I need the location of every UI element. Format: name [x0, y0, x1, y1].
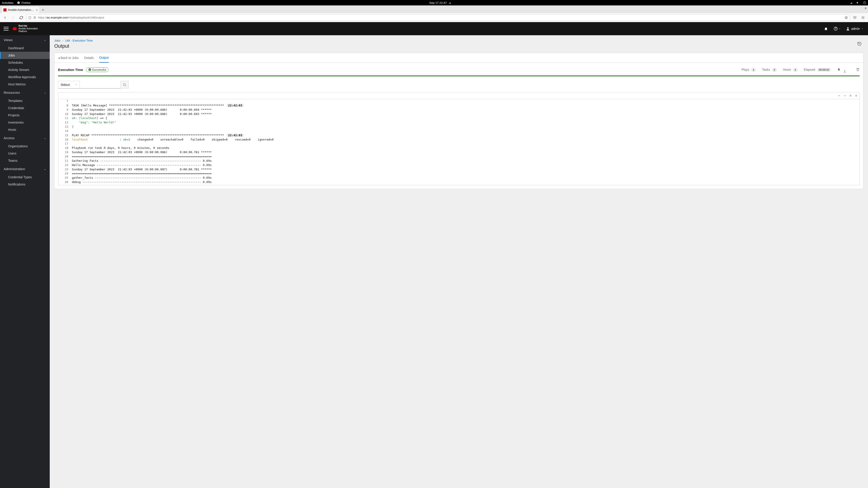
tab-details[interactable]: Details [84, 53, 94, 63]
job-name: Execution Time [58, 68, 83, 72]
output-line: 12 "msg": "Hello World!" [58, 121, 860, 125]
notification-dot-icon [450, 2, 451, 4]
browser-toolbar: https://ac.example.com/#/jobs/playbook/1… [0, 13, 868, 22]
sidebar-item[interactable]: Projects [0, 111, 50, 119]
sidebar-section-header[interactable]: Resources⌄ [0, 88, 50, 97]
sidebar-item[interactable]: Activity Stream [0, 66, 50, 73]
app-header: Red Hat Ansible Automation Platform admi… [0, 22, 868, 35]
volume-icon[interactable] [856, 1, 860, 4]
page-title: Output [54, 43, 864, 49]
reload-button[interactable] [18, 14, 24, 21]
sidebar-item[interactable]: Hosts [0, 126, 50, 133]
sidebar-item[interactable]: Dashboard [0, 44, 50, 52]
sidebar-item[interactable]: Users [0, 150, 50, 157]
crumb-job[interactable]: 148 - Execution Time [65, 39, 93, 42]
activities-button[interactable]: Activities [2, 1, 13, 4]
firefox-indicator[interactable]: Firefox [17, 1, 31, 4]
filter-row: Stdout [55, 79, 863, 92]
browser-tab-strip: Ansible Automation Platfo × + × [0, 5, 868, 13]
chevron-down-icon: ⌄ [44, 167, 46, 170]
close-tab-icon[interactable]: × [36, 8, 38, 12]
back-button[interactable] [2, 14, 8, 21]
sidebar: Views⌄DashboardJobsSchedulesActivity Str… [0, 35, 50, 488]
check-icon: ✓ [88, 68, 91, 71]
collapse-up-icon[interactable] [838, 94, 841, 97]
output-line: 15PLAY RECAP ***************************… [58, 133, 860, 138]
tab-output[interactable]: Output [99, 53, 109, 63]
sidebar-item[interactable]: Credential Types [0, 173, 50, 181]
sidebar-item[interactable]: Organizations [0, 142, 50, 150]
sidebar-item[interactable]: Schedules [0, 59, 50, 66]
sidebar-item[interactable]: Host Metrics [0, 80, 50, 88]
history-icon[interactable] [857, 41, 862, 46]
plays-stat: Plays 1 [741, 68, 756, 71]
power-icon[interactable] [863, 1, 866, 4]
notifications-icon[interactable] [822, 25, 830, 32]
search-icon [123, 83, 126, 87]
output-line: 20======================================… [58, 155, 860, 159]
back-to-jobs[interactable]: ◂ Back to Jobs [58, 56, 79, 60]
bookmark-icon[interactable] [844, 16, 848, 19]
scroll-top-icon[interactable] [849, 94, 852, 97]
caret-down-icon [861, 28, 864, 30]
forward-button[interactable] [10, 14, 16, 21]
sidebar-item[interactable]: Workflow Approvals [0, 73, 50, 80]
relaunch-icon[interactable] [837, 68, 841, 71]
tab-title: Ansible Automation Platfo [8, 8, 35, 11]
network-icon[interactable] [849, 1, 852, 4]
sidebar-section-header[interactable]: Access⌄ [0, 133, 50, 142]
sidebar-item[interactable]: Notifications [0, 181, 50, 188]
sidebar-section-header[interactable]: Views⌄ [0, 35, 50, 44]
search-button[interactable] [121, 81, 129, 89]
delete-icon[interactable] [856, 68, 860, 71]
new-tab-button[interactable]: + [40, 7, 46, 13]
filter-mode-select[interactable]: Stdout [58, 81, 80, 89]
scroll-bottom-icon[interactable] [855, 94, 858, 97]
filter-input[interactable] [80, 81, 121, 89]
firefox-icon [17, 1, 20, 4]
nav-toggle-button[interactable] [4, 27, 8, 31]
job-summary: Execution Time ✓ Successful Plays 1 Task… [55, 63, 863, 75]
sidebar-item[interactable]: Credentials [0, 104, 50, 111]
favicon-icon [3, 8, 6, 11]
tabs: ◂ Back to Jobs Details Output [55, 53, 863, 63]
output-pane: 78TASK [Hello Message] *****************… [58, 92, 860, 185]
window-close-icon[interactable]: × [865, 6, 867, 10]
url-bar[interactable]: https://ac.example.com/#/jobs/playbook/1… [26, 14, 850, 21]
output-line: 10Sunday 17 September 2023 21:42:03 +000… [58, 112, 860, 116]
sidebar-item[interactable]: Teams [0, 157, 50, 164]
output-line: 11ok: [localhost] => { [58, 116, 860, 121]
sidebar-section-header[interactable]: Administration⌄ [0, 164, 50, 173]
download-icon[interactable] [846, 66, 850, 73]
timestamp-badge: 22:42:03 [227, 104, 244, 107]
user-menu[interactable]: admin [845, 27, 864, 31]
desktop-top-bar: Activities Firefox Sep 17 22:47 [0, 0, 868, 5]
output-line: 23Sunday 17 September 2023 21:42:03 +000… [58, 167, 860, 172]
pocket-icon[interactable] [852, 14, 858, 21]
crumb-jobs[interactable]: Jobs [54, 39, 60, 42]
output-line: 14 [58, 129, 860, 133]
username: admin [851, 27, 860, 31]
sidebar-item[interactable]: Templates [0, 97, 50, 104]
brand-logo[interactable]: Red Hat Ansible Automation Platform [13, 25, 38, 33]
hosts-stat: Hosts 1 [783, 68, 798, 71]
chevron-right-icon: › [62, 39, 63, 42]
output-line: 24======================================… [58, 171, 860, 176]
output-line: 16localhost : ok=2 changed=0 unreachable… [58, 138, 860, 142]
help-icon[interactable] [834, 25, 841, 32]
sidebar-item[interactable]: Inventories [0, 119, 50, 126]
menu-icon[interactable] [860, 14, 866, 21]
url-text: https://ac.example.com/#/jobs/playbook/1… [38, 16, 104, 19]
user-icon [846, 27, 850, 31]
browser-tab[interactable]: Ansible Automation Platfo × [1, 6, 40, 13]
filter-mode-label: Stdout [61, 83, 70, 87]
output-body[interactable]: 78TASK [Hello Message] *****************… [58, 99, 860, 185]
svg-point-10 [123, 84, 125, 86]
sidebar-item[interactable]: Jobs [0, 52, 50, 59]
output-line: 22Hello Message ------------------------… [58, 163, 860, 167]
elapsed-stat: Elapsed 00:00:02 [804, 68, 831, 71]
expand-down-icon[interactable] [843, 94, 846, 97]
progress-bar [58, 75, 860, 76]
output-line: 27~~~~~~~~~~~~~~~~~~~~~~~~~~~~~~~~~~~~~~… [58, 184, 860, 185]
clock[interactable]: Sep 17 22:47 [429, 1, 447, 4]
